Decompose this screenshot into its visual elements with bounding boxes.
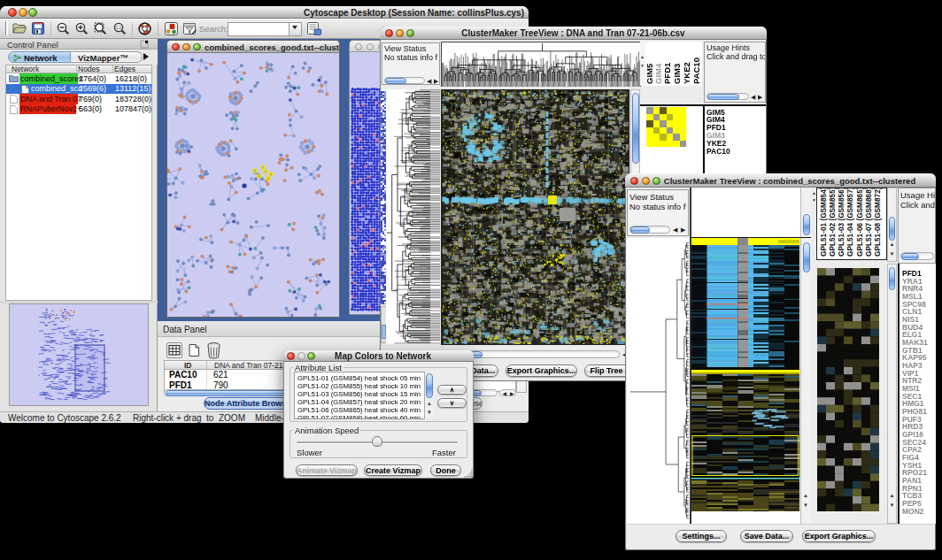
svg-text:PFD1: PFD1	[662, 62, 672, 84]
svg-text:GPL51-01 (GSM854): GPL51-01 (GSM854)	[820, 188, 828, 257]
svg-text:GPL51-08 (GSM872): GPL51-08 (GSM872)	[874, 188, 882, 257]
svg-text:GIM4: GIM4	[653, 63, 663, 84]
svg-text:GPL51-06 (GSM865): GPL51-06 (GSM865)	[856, 188, 864, 257]
svg-text:GIM3: GIM3	[672, 64, 682, 84]
svg-text:GPL51-04 (GSM857): GPL51-04 (GSM857)	[846, 188, 854, 257]
svg-text:GPL51-07 (GSM868): GPL51-07 (GSM868)	[865, 188, 873, 257]
svg-text:YKE2: YKE2	[682, 62, 691, 84]
svg-text:PAC10: PAC10	[691, 58, 701, 84]
svg-text:1:1: 1:1	[116, 26, 122, 30]
svg-text:GPL51-03 (GSM856): GPL51-03 (GSM856)	[838, 188, 845, 257]
svg-text:GPL51-02 (GSM855): GPL51-02 (GSM855)	[829, 188, 837, 257]
